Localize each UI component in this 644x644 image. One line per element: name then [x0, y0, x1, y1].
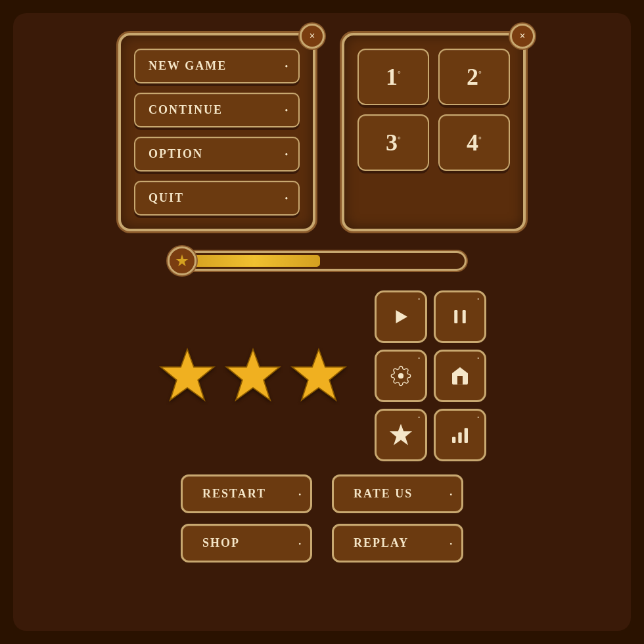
svg-rect-10 — [465, 428, 468, 443]
svg-marker-0 — [161, 350, 214, 400]
progress-bar — [177, 251, 467, 271]
svg-point-6 — [398, 373, 403, 379]
main-canvas: × NEW GAME CONTINUE OPTION QUIT × 1° 2° … — [13, 13, 631, 631]
progress-knob — [168, 246, 196, 275]
progress-row — [33, 251, 611, 271]
svg-marker-2 — [292, 350, 346, 400]
number-grid: 1° 2° 3° 4° — [357, 49, 510, 171]
option-button[interactable]: OPTION — [134, 137, 300, 172]
num-btn-2[interactable]: 2° — [438, 49, 510, 105]
svg-marker-3 — [396, 310, 408, 323]
icon-btns-section — [375, 290, 486, 461]
star-2[interactable] — [223, 346, 283, 405]
quit-button[interactable]: QUIT — [134, 181, 300, 216]
restart-button[interactable]: RESTART — [181, 474, 312, 513]
bottom-btns-row-2: SHOP REPLAY — [33, 524, 611, 563]
star-1[interactable] — [158, 346, 217, 405]
shop-button[interactable]: SHOP — [181, 524, 312, 563]
svg-rect-4 — [454, 310, 457, 323]
num-btn-4[interactable]: 4° — [438, 114, 510, 171]
number-panel: × 1° 2° 3° 4° — [342, 33, 526, 231]
settings-button[interactable] — [375, 350, 427, 402]
pause-button[interactable] — [434, 290, 486, 343]
number-close-button[interactable]: × — [510, 24, 535, 49]
menu-close-button[interactable]: × — [300, 24, 325, 49]
svg-rect-8 — [452, 437, 455, 443]
rate-us-button[interactable]: RATE US — [332, 474, 463, 513]
progress-knob-star — [175, 254, 189, 267]
stars-section — [158, 346, 348, 405]
svg-rect-5 — [463, 310, 466, 323]
star-3[interactable] — [289, 346, 348, 405]
star-button[interactable] — [375, 409, 427, 461]
new-game-button[interactable]: NEW GAME — [134, 49, 300, 83]
continue-button[interactable]: CONTINUE — [134, 93, 300, 127]
top-row: × NEW GAME CONTINUE OPTION QUIT × 1° 2° … — [33, 33, 611, 231]
stars-and-buttons-row — [33, 290, 611, 461]
chart-button[interactable] — [434, 409, 486, 461]
play-button[interactable] — [375, 290, 427, 343]
progress-fill — [189, 255, 320, 267]
home-button[interactable] — [434, 350, 486, 402]
num-btn-3[interactable]: 3° — [357, 114, 429, 171]
menu-panel: × NEW GAME CONTINUE OPTION QUIT — [118, 33, 315, 231]
svg-marker-1 — [227, 350, 280, 400]
num-btn-1[interactable]: 1° — [357, 49, 429, 105]
replay-button[interactable]: REPLAY — [332, 524, 463, 563]
svg-marker-7 — [390, 424, 412, 446]
bottom-btns-row-1: RESTART RATE US — [33, 474, 611, 513]
svg-rect-9 — [458, 432, 461, 443]
